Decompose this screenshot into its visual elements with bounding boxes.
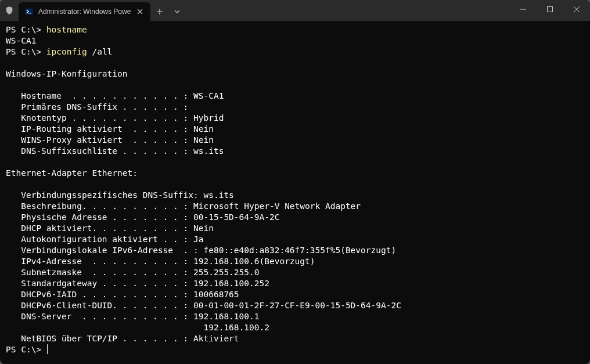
command-arg: /all <box>92 47 112 56</box>
output-line: Beschreibung. . . . . . . . . . : Micros… <box>6 201 361 211</box>
output-line: IP-Routing aktiviert . . . . . : Nein <box>6 124 214 134</box>
tab-active[interactable]: Administrator: Windows Powe <box>19 2 150 21</box>
terminal-output[interactable]: PS C:\> hostname WS-CA1 PS C:\> ipconfig… <box>0 21 590 364</box>
output-line: Standardgateway . . . . . . . . : 192.16… <box>6 279 269 288</box>
output-line: IPv4-Adresse . . . . . . . . . : 192.168… <box>6 257 315 266</box>
output-line: Physische Adresse . . . . . . . : 00-15-… <box>6 212 279 222</box>
output-line: Verbindungslokale IPv6-Adresse . : fe80:… <box>6 246 396 255</box>
output-line: Ethernet-Adapter Ethernet: <box>6 168 138 178</box>
titlebar[interactable]: Administrator: Windows Powe <box>0 0 590 21</box>
minimize-button[interactable] <box>510 0 537 19</box>
maximize-button[interactable] <box>537 0 563 19</box>
output-line: Autokonfiguration aktiviert . . : Ja <box>6 235 203 244</box>
output-line: Subnetzmaske . . . . . . . . . : 255.255… <box>6 268 260 277</box>
tab-close-button[interactable] <box>135 7 145 16</box>
svg-rect-1 <box>548 7 553 12</box>
output-line: Windows-IP-Konfiguration <box>6 69 128 78</box>
window-controls <box>510 0 590 21</box>
tab-dropdown-button[interactable] <box>169 2 185 21</box>
output-line: NetBIOS über TCP/IP . . . . . . : Aktivi… <box>6 334 239 343</box>
output-line: WINS-Proxy aktiviert . . . . . : Nein <box>6 135 214 145</box>
new-tab-button[interactable] <box>150 2 169 21</box>
command-ipconfig: ipconfig <box>46 47 87 56</box>
prompt: PS C:\> <box>6 25 41 34</box>
output-line: DHCP aktiviert. . . . . . . . . : Nein <box>6 224 214 233</box>
prompt: PS C:\> <box>6 47 41 56</box>
shield-icon <box>0 0 19 21</box>
output-line: WS-CA1 <box>6 36 36 45</box>
output-line: DHCPv6-IAID . . . . . . . . . . : 100668… <box>6 290 239 299</box>
command-hostname: hostname <box>46 25 87 34</box>
output-line: Knotentyp . . . . . . . . . . . : Hybrid <box>6 113 224 122</box>
output-line: Verbindungsspezifisches DNS-Suffix: ws.i… <box>6 190 234 200</box>
cursor <box>47 344 48 354</box>
output-line: Primäres DNS-Suffix . . . . . . : <box>6 102 188 111</box>
output-line: DNS-Suffixsuchliste . . . . . . : ws.its <box>6 146 224 156</box>
tab-title: Administrator: Windows Powe <box>38 8 131 16</box>
output-line: DNS-Server . . . . . . . . . . : 192.168… <box>6 312 260 321</box>
terminal-window: Administrator: Windows Powe <box>0 0 590 364</box>
titlebar-drag-area[interactable] <box>185 0 510 21</box>
output-line: DHCPv6-Client-DUID. . . . . . . : 00-01-… <box>6 301 401 310</box>
output-line: Hostname . . . . . . . . . . . : WS-CA1 <box>6 91 224 100</box>
close-window-button[interactable] <box>563 0 590 19</box>
output-line: 192.168.100.2 <box>6 323 269 332</box>
prompt: PS C:\> <box>6 345 41 354</box>
powershell-icon <box>24 7 34 16</box>
titlebar-left: Administrator: Windows Powe <box>0 0 185 21</box>
